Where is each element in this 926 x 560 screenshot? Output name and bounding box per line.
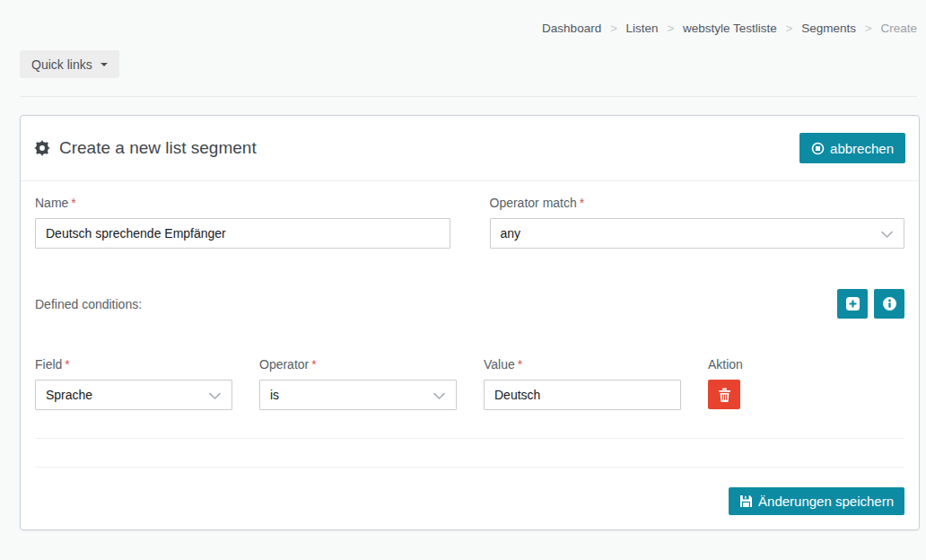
operator-match-label: Operator match* [490,196,905,210]
operator-match-select[interactable]: any [490,218,905,249]
breadcrumb-link-list[interactable]: webstyle Testliste [683,22,777,35]
caret-down-icon [100,63,108,66]
condition-row: Field* Sprache Operator* is [35,357,904,410]
save-button-label: Änderungen speichern [758,494,894,509]
breadcrumb-separator: > [610,22,617,35]
name-field-group: Name* [35,196,450,249]
condition-operator-label-text: Operator [259,357,309,372]
condition-action-label: Aktion [708,357,743,372]
breadcrumb-separator: > [786,22,793,35]
condition-value-label: Value* [484,357,681,372]
breadcrumb-link-segments[interactable]: Segments [801,22,856,35]
condition-value-label-text: Value [484,357,515,372]
required-marker: * [311,357,316,372]
add-condition-button[interactable] [837,289,868,319]
operator-match-field-group: Operator match* any [490,196,905,249]
required-marker: * [71,196,75,210]
cancel-button[interactable]: abbrechen [799,133,905,163]
condition-value-input[interactable] [484,380,681,410]
condition-field-label: Field* [35,357,232,372]
stop-circle-icon [811,142,825,155]
operator-match-selected-value: any [501,226,521,241]
gear-icon [34,140,50,156]
condition-value-group: Value* [484,357,681,410]
required-marker: * [580,196,584,210]
info-circle-icon [882,296,897,311]
floppy-disk-icon [739,494,753,508]
section-divider [35,438,904,439]
save-row: Änderungen speichern [35,487,904,515]
condition-field-selected-value: Sprache [46,388,92,402]
conditions-actions [837,289,904,319]
page-title: Create a new list segment [34,138,257,158]
condition-field-label-text: Field [35,357,62,372]
conditions-info-button[interactable] [874,289,904,319]
conditions-header-row: Defined conditions: [35,289,904,319]
card-body: Name* Operator match* any Defined condit… [21,181,919,529]
breadcrumb-link-dashboard[interactable]: Dashboard [542,22,601,35]
breadcrumb-link-listen[interactable]: Listen [626,22,659,35]
chevron-down-icon [432,392,446,400]
trash-icon [718,388,731,402]
delete-condition-button[interactable] [708,380,740,409]
form-row-top: Name* Operator match* any [35,196,904,249]
section-divider [35,467,904,468]
page-title-text: Create a new list segment [59,138,257,158]
condition-action-group: Aktion [708,357,743,410]
card-header: Create a new list segment abbrechen [21,116,919,181]
condition-field-group: Field* Sprache [35,357,232,410]
condition-operator-select[interactable]: is [259,380,457,410]
chevron-down-icon [880,231,894,239]
condition-operator-label: Operator* [259,357,457,372]
breadcrumb: Dashboard > Listen > webstyle Testliste … [0,0,926,35]
quick-links-row: Quick links [20,50,926,78]
breadcrumb-separator: > [667,22,674,35]
operator-match-label-text: Operator match [490,196,577,210]
plus-square-icon [845,296,860,311]
quick-links-button[interactable]: Quick links [20,50,119,78]
page-divider [20,96,917,97]
breadcrumb-current: Create [880,22,917,35]
condition-operator-group: Operator* is [259,357,457,410]
name-input[interactable] [35,218,450,249]
conditions-heading: Defined conditions: [35,297,142,311]
cancel-button-label: abbrechen [830,141,894,156]
name-label-text: Name [35,196,68,210]
chevron-down-icon [208,392,222,400]
name-label: Name* [35,196,450,210]
segment-form-card: Create a new list segment abbrechen Name… [20,115,920,530]
save-button[interactable]: Änderungen speichern [729,487,904,515]
condition-operator-selected-value: is [270,388,279,402]
quick-links-label: Quick links [31,57,92,72]
condition-field-select[interactable]: Sprache [35,380,232,410]
breadcrumb-separator: > [865,22,872,35]
required-marker: * [65,357,69,372]
required-marker: * [518,357,522,372]
